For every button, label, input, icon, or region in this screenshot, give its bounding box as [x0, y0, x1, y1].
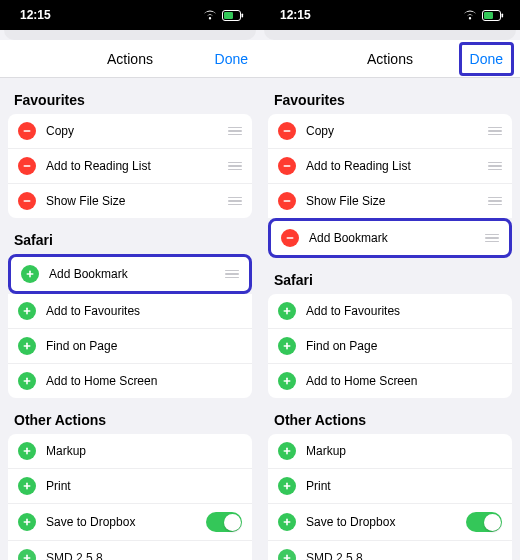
list-item[interactable]: Save to Dropbox: [8, 503, 252, 540]
list-item[interactable]: Show File Size: [268, 183, 512, 218]
list-item[interactable]: Copy: [268, 114, 512, 148]
section-header-safari: Safari: [0, 218, 260, 254]
svg-rect-30: [284, 310, 291, 312]
row-label: Copy: [36, 124, 224, 138]
toggle-switch[interactable]: [206, 512, 242, 532]
list-item[interactable]: Add to Home Screen: [268, 363, 512, 398]
remove-icon[interactable]: [278, 192, 296, 210]
svg-rect-38: [284, 485, 291, 487]
other-actions-list: Markup Print Save to Dropbox SMD 2.5.8: [8, 434, 252, 560]
screen-right: 12:15 Actions Done Favourites Copy A: [260, 0, 520, 560]
status-right: [463, 10, 504, 21]
drag-handle-icon[interactable]: [484, 162, 502, 171]
list-item[interactable]: Add to Reading List: [268, 148, 512, 183]
row-label: Find on Page: [296, 339, 502, 353]
list-item[interactable]: Markup: [8, 434, 252, 468]
remove-icon[interactable]: [18, 157, 36, 175]
row-label: Save to Dropbox: [36, 515, 206, 529]
add-icon[interactable]: [18, 337, 36, 355]
done-button[interactable]: Done: [215, 51, 248, 67]
row-label: Show File Size: [36, 194, 224, 208]
list-item[interactable]: Find on Page: [8, 328, 252, 363]
svg-rect-4: [24, 165, 31, 167]
list-item[interactable]: Print: [268, 468, 512, 503]
section-header-other: Other Actions: [0, 398, 260, 434]
screen-left: 12:15 Actions Done Favourites Copy Add t…: [0, 0, 260, 560]
add-icon[interactable]: [278, 513, 296, 531]
list-item[interactable]: SMD 2.5.8: [8, 540, 252, 560]
add-icon[interactable]: [21, 265, 39, 283]
list-item[interactable]: Markup: [268, 434, 512, 468]
svg-rect-3: [24, 130, 31, 132]
row-label: Copy: [296, 124, 484, 138]
row-label: Add to Favourites: [296, 304, 502, 318]
drag-handle-icon[interactable]: [224, 197, 242, 206]
add-icon[interactable]: [278, 549, 296, 560]
svg-rect-1: [224, 12, 233, 19]
row-label: Add to Home Screen: [296, 374, 502, 388]
list-item[interactable]: Add to Favourites: [8, 294, 252, 328]
favourites-list: Copy Add to Reading List Show File Size: [268, 114, 512, 218]
remove-icon[interactable]: [18, 192, 36, 210]
add-icon[interactable]: [18, 442, 36, 460]
remove-icon[interactable]: [278, 157, 296, 175]
wifi-icon: [463, 10, 477, 20]
list-item[interactable]: Show File Size: [8, 183, 252, 218]
list-item[interactable]: Find on Page: [268, 328, 512, 363]
add-icon[interactable]: [278, 442, 296, 460]
toggle-switch[interactable]: [466, 512, 502, 532]
list-item[interactable]: Print: [8, 468, 252, 503]
remove-icon[interactable]: [18, 122, 36, 140]
add-icon[interactable]: [18, 477, 36, 495]
wifi-icon: [203, 10, 217, 20]
row-label: Print: [296, 479, 502, 493]
drag-handle-icon[interactable]: [224, 127, 242, 136]
row-label: Add Bookmark: [299, 231, 481, 245]
svg-rect-11: [24, 345, 31, 347]
row-label: Print: [36, 479, 242, 493]
add-icon[interactable]: [18, 549, 36, 560]
list-item[interactable]: Add to Reading List: [8, 148, 252, 183]
svg-rect-27: [284, 200, 291, 202]
list-item[interactable]: Add Bookmark: [271, 221, 509, 255]
list-item[interactable]: Add to Favourites: [268, 294, 512, 328]
svg-rect-7: [27, 273, 34, 275]
row-label: Add to Reading List: [296, 159, 484, 173]
drag-handle-icon[interactable]: [221, 270, 239, 279]
section-header-favourites: Favourites: [260, 78, 520, 114]
svg-rect-34: [284, 380, 291, 382]
sheet-grabber-area: [264, 30, 516, 40]
list-item[interactable]: Add Bookmark: [11, 257, 249, 291]
drag-handle-icon[interactable]: [484, 197, 502, 206]
done-button[interactable]: Done: [470, 51, 503, 67]
add-icon[interactable]: [278, 337, 296, 355]
list-item[interactable]: Copy: [8, 114, 252, 148]
status-time: 12:15: [280, 8, 311, 22]
add-icon[interactable]: [278, 477, 296, 495]
drag-handle-icon[interactable]: [484, 127, 502, 136]
highlighted-done: Done: [459, 42, 514, 76]
add-icon[interactable]: [18, 302, 36, 320]
svg-rect-13: [24, 380, 31, 382]
drag-handle-icon[interactable]: [481, 234, 499, 243]
drag-handle-icon[interactable]: [224, 162, 242, 171]
add-icon[interactable]: [278, 302, 296, 320]
add-icon[interactable]: [18, 372, 36, 390]
row-label: Add to Home Screen: [36, 374, 242, 388]
row-label: Find on Page: [36, 339, 242, 353]
status-right: [203, 10, 244, 21]
remove-icon[interactable]: [278, 122, 296, 140]
list-item[interactable]: Add to Home Screen: [8, 363, 252, 398]
add-icon[interactable]: [18, 513, 36, 531]
list-item[interactable]: SMD 2.5.8: [268, 540, 512, 560]
remove-icon[interactable]: [281, 229, 299, 247]
add-icon[interactable]: [278, 372, 296, 390]
nav-bar: Actions Done: [260, 40, 520, 78]
row-label: Add to Favourites: [36, 304, 242, 318]
list-item[interactable]: Save to Dropbox: [268, 503, 512, 540]
row-label: Save to Dropbox: [296, 515, 466, 529]
svg-rect-24: [502, 13, 504, 17]
section-header-favourites: Favourites: [0, 78, 260, 114]
svg-rect-19: [24, 521, 31, 523]
svg-rect-36: [284, 450, 291, 452]
